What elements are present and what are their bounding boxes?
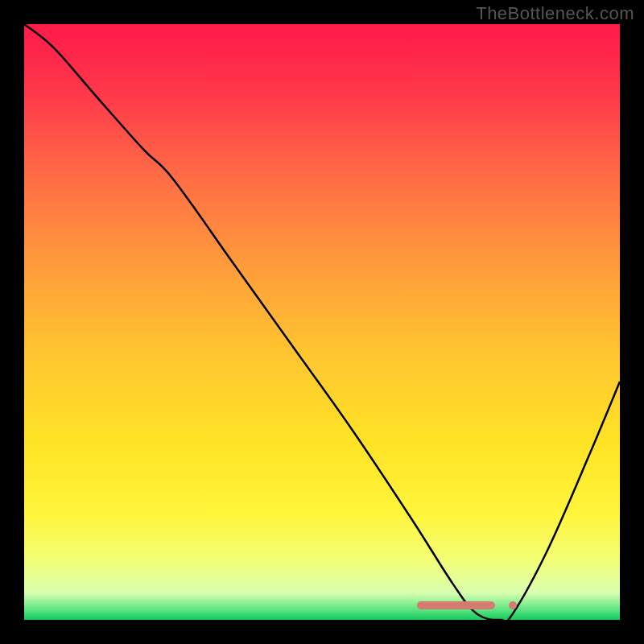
bottleneck-curve <box>24 24 620 620</box>
plot-area <box>24 24 620 620</box>
optimal-point-marker <box>509 601 517 609</box>
watermark-text: TheBottleneck.com <box>476 3 634 24</box>
optimal-range-marker <box>417 601 494 609</box>
